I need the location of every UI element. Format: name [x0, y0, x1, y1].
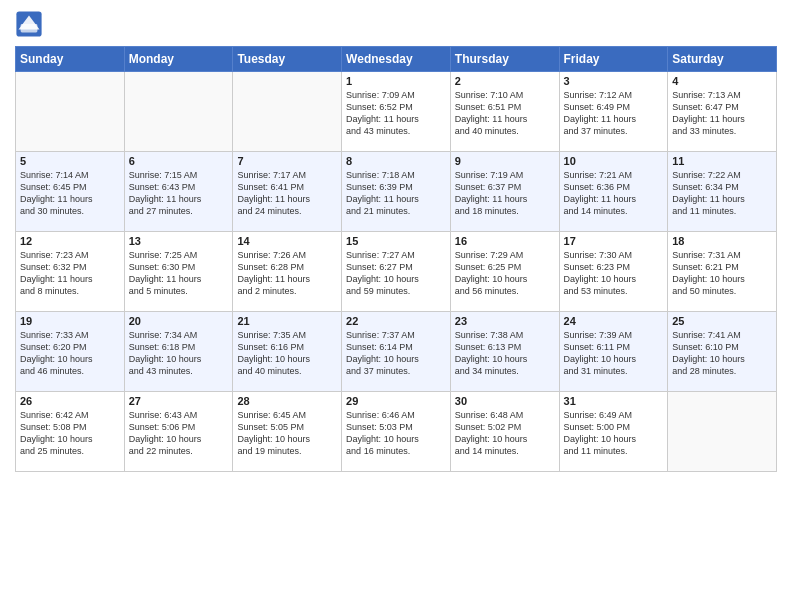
day-number: 25	[672, 315, 772, 327]
day-number: 2	[455, 75, 555, 87]
calendar-cell: 4Sunrise: 7:13 AM Sunset: 6:47 PM Daylig…	[668, 72, 777, 152]
day-info: Sunrise: 7:13 AM Sunset: 6:47 PM Dayligh…	[672, 89, 772, 138]
calendar-cell: 27Sunrise: 6:43 AM Sunset: 5:06 PM Dayli…	[124, 392, 233, 472]
day-info: Sunrise: 7:12 AM Sunset: 6:49 PM Dayligh…	[564, 89, 664, 138]
day-number: 11	[672, 155, 772, 167]
calendar-cell: 22Sunrise: 7:37 AM Sunset: 6:14 PM Dayli…	[342, 312, 451, 392]
day-number: 8	[346, 155, 446, 167]
day-info: Sunrise: 7:22 AM Sunset: 6:34 PM Dayligh…	[672, 169, 772, 218]
day-info: Sunrise: 7:23 AM Sunset: 6:32 PM Dayligh…	[20, 249, 120, 298]
day-number: 23	[455, 315, 555, 327]
calendar-cell: 12Sunrise: 7:23 AM Sunset: 6:32 PM Dayli…	[16, 232, 125, 312]
calendar-cell	[668, 392, 777, 472]
calendar-cell: 25Sunrise: 7:41 AM Sunset: 6:10 PM Dayli…	[668, 312, 777, 392]
header	[15, 10, 777, 38]
day-info: Sunrise: 7:25 AM Sunset: 6:30 PM Dayligh…	[129, 249, 229, 298]
day-number: 22	[346, 315, 446, 327]
day-info: Sunrise: 7:19 AM Sunset: 6:37 PM Dayligh…	[455, 169, 555, 218]
day-number: 14	[237, 235, 337, 247]
calendar-cell: 11Sunrise: 7:22 AM Sunset: 6:34 PM Dayli…	[668, 152, 777, 232]
day-info: Sunrise: 7:39 AM Sunset: 6:11 PM Dayligh…	[564, 329, 664, 378]
day-number: 24	[564, 315, 664, 327]
day-info: Sunrise: 7:34 AM Sunset: 6:18 PM Dayligh…	[129, 329, 229, 378]
day-number: 7	[237, 155, 337, 167]
day-info: Sunrise: 7:41 AM Sunset: 6:10 PM Dayligh…	[672, 329, 772, 378]
day-info: Sunrise: 7:33 AM Sunset: 6:20 PM Dayligh…	[20, 329, 120, 378]
weekday-header-monday: Monday	[124, 47, 233, 72]
day-number: 4	[672, 75, 772, 87]
day-number: 28	[237, 395, 337, 407]
day-info: Sunrise: 6:43 AM Sunset: 5:06 PM Dayligh…	[129, 409, 229, 458]
day-number: 5	[20, 155, 120, 167]
weekday-header-wednesday: Wednesday	[342, 47, 451, 72]
calendar-cell: 2Sunrise: 7:10 AM Sunset: 6:51 PM Daylig…	[450, 72, 559, 152]
day-info: Sunrise: 7:26 AM Sunset: 6:28 PM Dayligh…	[237, 249, 337, 298]
day-info: Sunrise: 7:35 AM Sunset: 6:16 PM Dayligh…	[237, 329, 337, 378]
weekday-header-thursday: Thursday	[450, 47, 559, 72]
weekday-header-friday: Friday	[559, 47, 668, 72]
week-row-1: 1Sunrise: 7:09 AM Sunset: 6:52 PM Daylig…	[16, 72, 777, 152]
calendar-cell: 5Sunrise: 7:14 AM Sunset: 6:45 PM Daylig…	[16, 152, 125, 232]
day-number: 27	[129, 395, 229, 407]
calendar-cell: 31Sunrise: 6:49 AM Sunset: 5:00 PM Dayli…	[559, 392, 668, 472]
week-row-2: 5Sunrise: 7:14 AM Sunset: 6:45 PM Daylig…	[16, 152, 777, 232]
calendar-table: SundayMondayTuesdayWednesdayThursdayFrid…	[15, 46, 777, 472]
day-info: Sunrise: 7:14 AM Sunset: 6:45 PM Dayligh…	[20, 169, 120, 218]
logo-icon	[15, 10, 43, 38]
weekday-header-tuesday: Tuesday	[233, 47, 342, 72]
calendar-cell: 24Sunrise: 7:39 AM Sunset: 6:11 PM Dayli…	[559, 312, 668, 392]
calendar-cell: 10Sunrise: 7:21 AM Sunset: 6:36 PM Dayli…	[559, 152, 668, 232]
day-number: 31	[564, 395, 664, 407]
calendar-cell: 21Sunrise: 7:35 AM Sunset: 6:16 PM Dayli…	[233, 312, 342, 392]
day-number: 18	[672, 235, 772, 247]
day-number: 15	[346, 235, 446, 247]
weekday-header-row: SundayMondayTuesdayWednesdayThursdayFrid…	[16, 47, 777, 72]
weekday-header-sunday: Sunday	[16, 47, 125, 72]
calendar-cell: 29Sunrise: 6:46 AM Sunset: 5:03 PM Dayli…	[342, 392, 451, 472]
day-info: Sunrise: 7:15 AM Sunset: 6:43 PM Dayligh…	[129, 169, 229, 218]
logo	[15, 10, 47, 38]
day-info: Sunrise: 7:09 AM Sunset: 6:52 PM Dayligh…	[346, 89, 446, 138]
calendar-cell: 16Sunrise: 7:29 AM Sunset: 6:25 PM Dayli…	[450, 232, 559, 312]
day-number: 6	[129, 155, 229, 167]
day-number: 20	[129, 315, 229, 327]
day-info: Sunrise: 7:29 AM Sunset: 6:25 PM Dayligh…	[455, 249, 555, 298]
day-info: Sunrise: 7:21 AM Sunset: 6:36 PM Dayligh…	[564, 169, 664, 218]
day-number: 19	[20, 315, 120, 327]
page: SundayMondayTuesdayWednesdayThursdayFrid…	[0, 0, 792, 487]
day-info: Sunrise: 7:37 AM Sunset: 6:14 PM Dayligh…	[346, 329, 446, 378]
day-number: 26	[20, 395, 120, 407]
day-info: Sunrise: 7:38 AM Sunset: 6:13 PM Dayligh…	[455, 329, 555, 378]
day-info: Sunrise: 6:49 AM Sunset: 5:00 PM Dayligh…	[564, 409, 664, 458]
calendar-cell: 26Sunrise: 6:42 AM Sunset: 5:08 PM Dayli…	[16, 392, 125, 472]
day-number: 9	[455, 155, 555, 167]
calendar-cell: 18Sunrise: 7:31 AM Sunset: 6:21 PM Dayli…	[668, 232, 777, 312]
calendar-cell: 14Sunrise: 7:26 AM Sunset: 6:28 PM Dayli…	[233, 232, 342, 312]
day-info: Sunrise: 7:31 AM Sunset: 6:21 PM Dayligh…	[672, 249, 772, 298]
day-number: 21	[237, 315, 337, 327]
day-info: Sunrise: 7:10 AM Sunset: 6:51 PM Dayligh…	[455, 89, 555, 138]
day-number: 12	[20, 235, 120, 247]
week-row-3: 12Sunrise: 7:23 AM Sunset: 6:32 PM Dayli…	[16, 232, 777, 312]
day-info: Sunrise: 6:46 AM Sunset: 5:03 PM Dayligh…	[346, 409, 446, 458]
calendar-cell	[124, 72, 233, 152]
calendar-cell: 15Sunrise: 7:27 AM Sunset: 6:27 PM Dayli…	[342, 232, 451, 312]
svg-rect-2	[21, 24, 38, 32]
calendar-cell	[16, 72, 125, 152]
calendar-cell: 7Sunrise: 7:17 AM Sunset: 6:41 PM Daylig…	[233, 152, 342, 232]
calendar-cell: 17Sunrise: 7:30 AM Sunset: 6:23 PM Dayli…	[559, 232, 668, 312]
weekday-header-saturday: Saturday	[668, 47, 777, 72]
day-info: Sunrise: 7:18 AM Sunset: 6:39 PM Dayligh…	[346, 169, 446, 218]
day-number: 1	[346, 75, 446, 87]
day-number: 29	[346, 395, 446, 407]
calendar-cell: 6Sunrise: 7:15 AM Sunset: 6:43 PM Daylig…	[124, 152, 233, 232]
day-number: 16	[455, 235, 555, 247]
calendar-cell: 9Sunrise: 7:19 AM Sunset: 6:37 PM Daylig…	[450, 152, 559, 232]
day-info: Sunrise: 7:27 AM Sunset: 6:27 PM Dayligh…	[346, 249, 446, 298]
day-number: 10	[564, 155, 664, 167]
week-row-4: 19Sunrise: 7:33 AM Sunset: 6:20 PM Dayli…	[16, 312, 777, 392]
day-info: Sunrise: 7:17 AM Sunset: 6:41 PM Dayligh…	[237, 169, 337, 218]
calendar-cell: 23Sunrise: 7:38 AM Sunset: 6:13 PM Dayli…	[450, 312, 559, 392]
calendar-cell: 30Sunrise: 6:48 AM Sunset: 5:02 PM Dayli…	[450, 392, 559, 472]
calendar-cell: 3Sunrise: 7:12 AM Sunset: 6:49 PM Daylig…	[559, 72, 668, 152]
